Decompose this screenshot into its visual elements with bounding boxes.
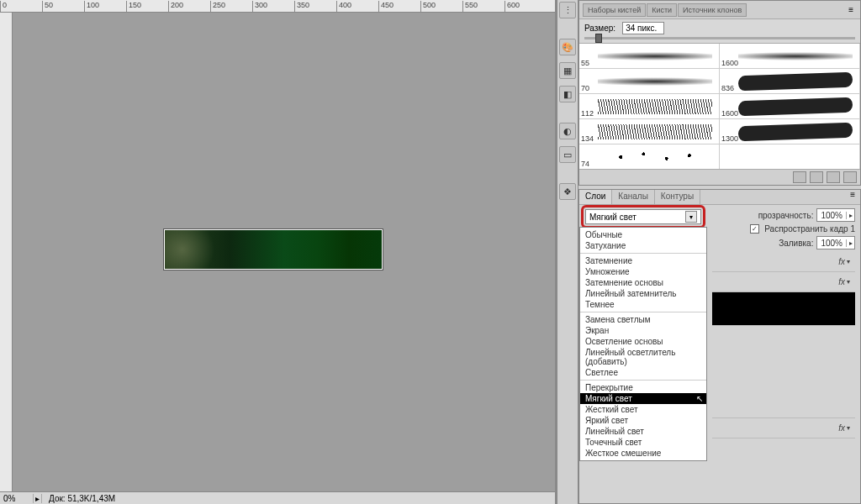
dock-icon-strip: ⋮ 🎨 ▦ ◧ ◐ ▭ ❖ [557,0,578,504]
blend-mode-option[interactable]: Затемнение основы [580,277,706,288]
blend-mode-highlight: Мягкий свет ▾ [581,205,705,228]
blend-mode-option[interactable]: Экран [580,325,706,336]
blend-mode-option[interactable]: Жесткий свет [580,404,706,415]
slider-thumb[interactable] [595,34,602,43]
blend-mode-option[interactable]: Затемнение [580,255,706,266]
tab-layers[interactable]: Слои [579,190,612,204]
chevron-down-icon[interactable]: ▾ [685,211,697,223]
opacity-field[interactable]: 100%▸ [816,208,855,222]
brush-panel-menu-icon[interactable]: ≡ [845,5,857,14]
blend-mode-option[interactable]: Замена светлым [580,314,706,325]
delete-brush-icon[interactable] [843,171,857,183]
canvas-area: 050100150200250300350400450500550600 0% … [0,0,555,504]
ruler-vertical [0,13,13,491]
blend-mode-option[interactable]: Линейный осветлитель (добавить) [580,347,706,367]
blend-mode-option[interactable]: Светлее [580,367,706,378]
fx-badge[interactable]: fx [838,277,845,286]
blend-mode-option[interactable]: Мягкий свет↖ [580,393,706,404]
toggle-view-icon[interactable] [793,171,806,183]
brush-preset[interactable]: 70 [579,69,720,94]
brush-preset[interactable]: 1300 [720,119,860,144]
blend-mode-option[interactable]: Осветление основы [580,336,706,347]
brush-preset[interactable]: 74 [579,144,720,169]
color-picker-icon[interactable]: 🎨 [559,39,576,55]
styles-icon[interactable]: ◧ [559,86,576,102]
fx-badge[interactable]: fx [838,257,845,266]
layers-dock-icon[interactable]: ❖ [559,183,576,200]
layer-stack: fx ▾ fx ▾ fx ▾ [712,252,855,438]
swatches-icon[interactable]: ▦ [559,62,576,79]
ruler-horizontal: 050100150200250300350400450500550600 [0,0,555,13]
layer-row[interactable] [712,292,855,326]
brush-preset[interactable] [720,144,860,169]
layer-row[interactable]: fx ▾ [712,252,855,272]
blend-mode-option[interactable]: Умножение [580,266,706,277]
blend-mode-option[interactable]: Перекрытие [580,382,706,393]
brush-preset-list[interactable]: 551600708361121600134130074 [579,43,860,169]
save-preset-icon[interactable] [810,171,823,183]
chevron-down-icon[interactable]: ▾ [847,258,850,265]
layer-row[interactable] [712,326,855,418]
tab-clone-source[interactable]: Источник клонов [678,3,747,17]
zoom-field[interactable]: 0% [0,494,34,503]
brush-preset[interactable]: 55 [579,44,720,69]
blend-mode-option[interactable]: Линейный свет [580,426,706,437]
layer-row[interactable]: fx ▾ [712,272,855,292]
cursor-icon: ↖ [696,394,703,403]
blend-mode-option[interactable]: Темнее [580,299,706,310]
brush-presets-panel: Наборы кистей Кисти Источник клонов ≡ Ра… [578,0,861,186]
blend-mode-value: Мягкий свет [589,213,637,222]
workspace[interactable] [13,13,555,491]
masks-icon[interactable]: ▭ [559,146,576,163]
blend-mode-option[interactable]: Яркий свет [580,415,706,426]
zoom-arrow-icon[interactable]: ▸ [34,494,42,503]
blend-mode-dropdown[interactable]: Мягкий свет ▾ [585,209,701,224]
blend-mode-option[interactable]: Линейный затемнитель [580,288,706,299]
brush-panel-tabs: Наборы кистей Кисти Источник клонов [583,3,747,17]
status-bar: 0% ▸ Док: 51,3K/1,43M [0,491,555,504]
document-canvas[interactable] [164,229,383,270]
brush-size-slider[interactable] [579,37,860,43]
brush-size-input[interactable] [622,22,664,34]
tab-brush-presets[interactable]: Наборы кистей [583,3,646,17]
fill-label: Заливка: [779,239,813,248]
propagate-checkbox[interactable]: ✓ [750,224,759,234]
brush-size-label: Размер: [584,24,615,33]
blend-mode-option[interactable]: Обычные [580,229,706,240]
right-dock: ⋮ 🎨 ▦ ◧ ◐ ▭ ❖ Наборы кистей Кисти Источн… [557,0,861,504]
brush-preset[interactable]: 1600 [720,44,860,69]
brush-preset[interactable]: 112 [579,94,720,119]
brush-preset[interactable]: 1600 [720,94,860,119]
blend-mode-option[interactable]: Жесткое смешение [580,448,706,459]
tab-paths[interactable]: Контуры [655,190,700,204]
chevron-down-icon[interactable]: ▾ [847,424,850,432]
tab-channels[interactable]: Каналы [612,190,655,204]
brush-preset[interactable]: 836 [720,69,860,94]
blend-mode-option[interactable]: Точечный свет [580,437,706,448]
panel-grip-icon[interactable]: ⋮ [559,2,576,18]
fx-badge[interactable]: fx [838,423,845,433]
brush-panel-footer [579,169,860,185]
tab-brushes[interactable]: Кисти [647,3,677,17]
adjustments-icon[interactable]: ◐ [559,123,576,139]
opacity-label: прозрачность: [758,211,814,220]
new-brush-icon[interactable] [827,171,840,183]
blend-mode-list[interactable]: ОбычныеЗатуханиеЗатемнениеУмножениеЗатем… [579,227,707,461]
doc-size-label: Док: 51,3K/1,43M [42,494,115,503]
propagate-label: Распространить кадр 1 [764,224,855,234]
blend-mode-option[interactable]: Затухание [580,240,706,251]
fill-field[interactable]: 100%▸ [816,236,855,249]
layers-panel: Слои Каналы Контуры ≡ Мягкий свет ▾ Обыч… [578,189,861,504]
chevron-down-icon[interactable]: ▾ [847,278,850,286]
brush-preset[interactable]: 134 [579,119,720,144]
layers-panel-menu-icon[interactable]: ≡ [845,190,860,204]
layer-row[interactable]: fx ▾ [712,418,855,438]
